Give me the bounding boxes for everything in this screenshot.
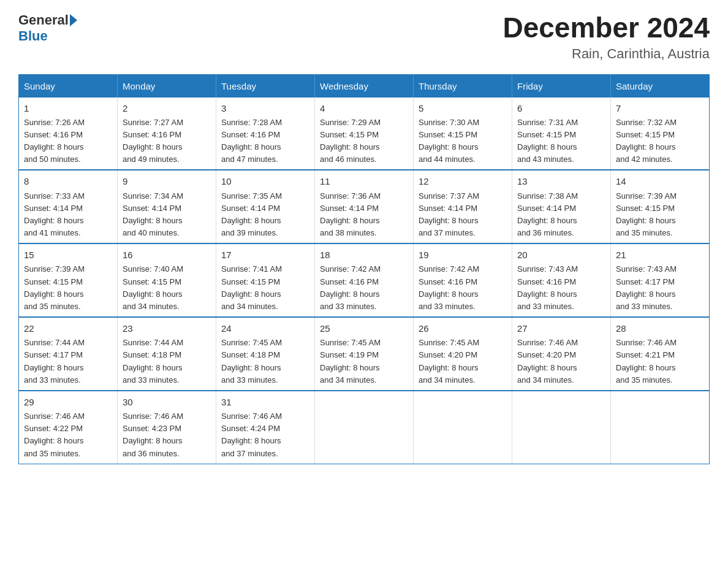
calendar-day-cell xyxy=(512,391,611,464)
day-info: Sunrise: 7:27 AMSunset: 4:16 PMDaylight:… xyxy=(123,118,183,164)
day-info: Sunrise: 7:43 AMSunset: 4:17 PMDaylight:… xyxy=(616,264,677,310)
calendar-day-cell: 31 Sunrise: 7:46 AMSunset: 4:24 PMDaylig… xyxy=(216,391,315,464)
day-number: 25 xyxy=(320,321,408,335)
day-info: Sunrise: 7:28 AMSunset: 4:16 PMDaylight:… xyxy=(221,118,282,164)
day-info: Sunrise: 7:46 AMSunset: 4:24 PMDaylight:… xyxy=(221,412,282,458)
calendar-day-cell: 24 Sunrise: 7:45 AMSunset: 4:18 PMDaylig… xyxy=(216,317,315,391)
day-number: 18 xyxy=(320,248,408,262)
calendar-week-row: 29 Sunrise: 7:46 AMSunset: 4:22 PMDaylig… xyxy=(19,391,710,464)
day-info: Sunrise: 7:34 AMSunset: 4:14 PMDaylight:… xyxy=(123,191,183,237)
day-number: 2 xyxy=(123,101,211,115)
day-number: 11 xyxy=(320,174,408,188)
day-number: 22 xyxy=(24,321,112,335)
day-info: Sunrise: 7:46 AMSunset: 4:23 PMDaylight:… xyxy=(123,412,183,458)
day-number: 10 xyxy=(221,174,309,188)
day-info: Sunrise: 7:39 AMSunset: 4:15 PMDaylight:… xyxy=(24,264,85,310)
day-info: Sunrise: 7:45 AMSunset: 4:19 PMDaylight:… xyxy=(320,338,381,384)
day-info: Sunrise: 7:46 AMSunset: 4:22 PMDaylight:… xyxy=(24,412,85,458)
logo: General Blue xyxy=(18,12,77,44)
page-header: General Blue December 2024 Rain, Carinth… xyxy=(18,12,710,62)
calendar-day-cell xyxy=(611,391,710,464)
calendar-day-cell: 3 Sunrise: 7:28 AMSunset: 4:16 PMDayligh… xyxy=(216,98,315,170)
weekday-header-friday: Friday xyxy=(512,74,611,98)
day-info: Sunrise: 7:30 AMSunset: 4:15 PMDaylight:… xyxy=(419,118,479,164)
calendar-header: SundayMondayTuesdayWednesdayThursdayFrid… xyxy=(19,74,710,98)
logo-text-general: General xyxy=(18,12,69,28)
day-info: Sunrise: 7:42 AMSunset: 4:16 PMDaylight:… xyxy=(419,264,479,310)
calendar-day-cell: 29 Sunrise: 7:46 AMSunset: 4:22 PMDaylig… xyxy=(19,391,118,464)
calendar-week-row: 1 Sunrise: 7:26 AMSunset: 4:16 PMDayligh… xyxy=(19,98,710,170)
calendar-day-cell: 23 Sunrise: 7:44 AMSunset: 4:18 PMDaylig… xyxy=(118,317,216,391)
day-number: 8 xyxy=(24,174,112,188)
calendar-day-cell: 1 Sunrise: 7:26 AMSunset: 4:16 PMDayligh… xyxy=(19,98,118,170)
calendar-day-cell: 26 Sunrise: 7:45 AMSunset: 4:20 PMDaylig… xyxy=(414,317,512,391)
weekday-header-monday: Monday xyxy=(118,74,216,98)
day-number: 29 xyxy=(24,395,112,409)
weekday-header-wednesday: Wednesday xyxy=(315,74,414,98)
day-number: 23 xyxy=(123,321,211,335)
calendar-day-cell: 19 Sunrise: 7:42 AMSunset: 4:16 PMDaylig… xyxy=(414,243,512,317)
day-info: Sunrise: 7:43 AMSunset: 4:16 PMDaylight:… xyxy=(517,264,578,310)
day-number: 6 xyxy=(517,101,605,115)
logo-text-blue: Blue xyxy=(18,28,77,44)
calendar-day-cell: 4 Sunrise: 7:29 AMSunset: 4:15 PMDayligh… xyxy=(315,98,414,170)
calendar-day-cell: 6 Sunrise: 7:31 AMSunset: 4:15 PMDayligh… xyxy=(512,98,611,170)
day-info: Sunrise: 7:26 AMSunset: 4:16 PMDaylight:… xyxy=(24,118,85,164)
day-number: 1 xyxy=(24,101,112,115)
day-number: 19 xyxy=(419,248,507,262)
day-info: Sunrise: 7:31 AMSunset: 4:15 PMDaylight:… xyxy=(517,118,578,164)
day-info: Sunrise: 7:40 AMSunset: 4:15 PMDaylight:… xyxy=(123,264,183,310)
calendar-day-cell: 13 Sunrise: 7:38 AMSunset: 4:14 PMDaylig… xyxy=(512,170,611,243)
calendar-day-cell: 21 Sunrise: 7:43 AMSunset: 4:17 PMDaylig… xyxy=(611,243,710,317)
calendar-day-cell xyxy=(414,391,512,464)
day-info: Sunrise: 7:45 AMSunset: 4:18 PMDaylight:… xyxy=(221,338,282,384)
calendar-day-cell: 30 Sunrise: 7:46 AMSunset: 4:23 PMDaylig… xyxy=(118,391,216,464)
day-info: Sunrise: 7:42 AMSunset: 4:16 PMDaylight:… xyxy=(320,264,381,310)
weekday-header-tuesday: Tuesday xyxy=(216,74,315,98)
day-number: 9 xyxy=(123,174,211,188)
calendar-week-row: 22 Sunrise: 7:44 AMSunset: 4:17 PMDaylig… xyxy=(19,317,710,391)
calendar-day-cell: 9 Sunrise: 7:34 AMSunset: 4:14 PMDayligh… xyxy=(118,170,216,243)
calendar-day-cell: 2 Sunrise: 7:27 AMSunset: 4:16 PMDayligh… xyxy=(118,98,216,170)
day-info: Sunrise: 7:37 AMSunset: 4:14 PMDaylight:… xyxy=(419,191,479,237)
calendar-day-cell: 17 Sunrise: 7:41 AMSunset: 4:15 PMDaylig… xyxy=(216,243,315,317)
day-info: Sunrise: 7:39 AMSunset: 4:15 PMDaylight:… xyxy=(616,191,677,237)
day-info: Sunrise: 7:35 AMSunset: 4:14 PMDaylight:… xyxy=(221,191,282,237)
day-info: Sunrise: 7:41 AMSunset: 4:15 PMDaylight:… xyxy=(221,264,282,310)
calendar-day-cell xyxy=(315,391,414,464)
day-info: Sunrise: 7:32 AMSunset: 4:15 PMDaylight:… xyxy=(616,118,677,164)
calendar-week-row: 15 Sunrise: 7:39 AMSunset: 4:15 PMDaylig… xyxy=(19,243,710,317)
day-info: Sunrise: 7:36 AMSunset: 4:14 PMDaylight:… xyxy=(320,191,381,237)
calendar-day-cell: 12 Sunrise: 7:37 AMSunset: 4:14 PMDaylig… xyxy=(414,170,512,243)
day-number: 17 xyxy=(221,248,309,262)
day-number: 28 xyxy=(616,321,704,335)
day-number: 3 xyxy=(221,101,309,115)
page-subtitle: Rain, Carinthia, Austria xyxy=(502,46,710,62)
calendar-day-cell: 18 Sunrise: 7:42 AMSunset: 4:16 PMDaylig… xyxy=(315,243,414,317)
calendar-day-cell: 10 Sunrise: 7:35 AMSunset: 4:14 PMDaylig… xyxy=(216,170,315,243)
weekday-row: SundayMondayTuesdayWednesdayThursdayFrid… xyxy=(19,74,710,98)
day-number: 26 xyxy=(419,321,507,335)
day-number: 27 xyxy=(517,321,605,335)
calendar-day-cell: 8 Sunrise: 7:33 AMSunset: 4:14 PMDayligh… xyxy=(19,170,118,243)
day-info: Sunrise: 7:44 AMSunset: 4:17 PMDaylight:… xyxy=(24,338,85,384)
calendar-day-cell: 25 Sunrise: 7:45 AMSunset: 4:19 PMDaylig… xyxy=(315,317,414,391)
calendar-day-cell: 28 Sunrise: 7:46 AMSunset: 4:21 PMDaylig… xyxy=(611,317,710,391)
logo-arrow-icon xyxy=(70,14,77,26)
day-info: Sunrise: 7:45 AMSunset: 4:20 PMDaylight:… xyxy=(419,338,479,384)
day-info: Sunrise: 7:38 AMSunset: 4:14 PMDaylight:… xyxy=(517,191,578,237)
day-number: 20 xyxy=(517,248,605,262)
day-info: Sunrise: 7:46 AMSunset: 4:20 PMDaylight:… xyxy=(517,338,578,384)
day-number: 24 xyxy=(221,321,309,335)
day-number: 15 xyxy=(24,248,112,262)
day-info: Sunrise: 7:46 AMSunset: 4:21 PMDaylight:… xyxy=(616,338,677,384)
calendar-day-cell: 16 Sunrise: 7:40 AMSunset: 4:15 PMDaylig… xyxy=(118,243,216,317)
page-title: December 2024 xyxy=(502,12,710,44)
day-number: 21 xyxy=(616,248,704,262)
weekday-header-thursday: Thursday xyxy=(414,74,512,98)
day-info: Sunrise: 7:33 AMSunset: 4:14 PMDaylight:… xyxy=(24,191,85,237)
calendar-day-cell: 11 Sunrise: 7:36 AMSunset: 4:14 PMDaylig… xyxy=(315,170,414,243)
day-number: 5 xyxy=(419,101,507,115)
calendar-day-cell: 22 Sunrise: 7:44 AMSunset: 4:17 PMDaylig… xyxy=(19,317,118,391)
day-number: 31 xyxy=(221,395,309,409)
